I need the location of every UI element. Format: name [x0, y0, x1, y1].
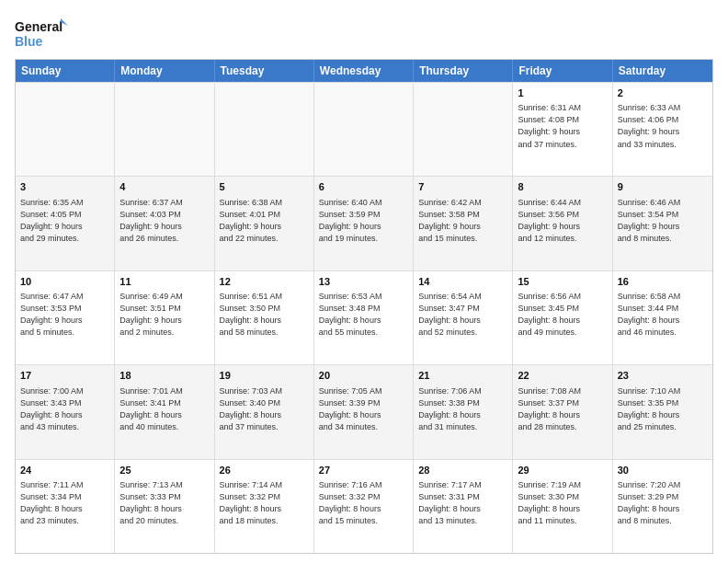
calendar-cell-empty — [414, 83, 513, 176]
calendar-cell: 21Sunrise: 7:06 AMSunset: 3:38 PMDayligh… — [414, 365, 513, 458]
day-number: 29 — [518, 464, 607, 477]
day-info: Sunrise: 7:08 AMSunset: 3:37 PMDaylight:… — [518, 385, 607, 433]
calendar-cell: 2Sunrise: 6:33 AMSunset: 4:06 PMDaylight… — [613, 83, 712, 176]
calendar-cell: 29Sunrise: 7:19 AMSunset: 3:30 PMDayligh… — [513, 460, 612, 553]
calendar-header-cell: Sunday — [16, 60, 115, 82]
calendar-row: 3Sunrise: 6:35 AMSunset: 4:05 PMDaylight… — [16, 176, 712, 270]
day-info: Sunrise: 6:54 AMSunset: 3:47 PMDaylight:… — [418, 291, 507, 339]
day-number: 4 — [119, 180, 209, 194]
calendar-header-cell: Friday — [513, 60, 612, 82]
calendar-cell-empty — [215, 83, 314, 176]
day-number: 8 — [518, 180, 607, 194]
calendar-body: 1Sunrise: 6:31 AMSunset: 4:08 PMDaylight… — [16, 82, 712, 553]
day-number: 26 — [220, 464, 309, 477]
calendar-cell: 19Sunrise: 7:03 AMSunset: 3:40 PMDayligh… — [215, 365, 314, 458]
day-number: 6 — [319, 180, 408, 194]
day-info: Sunrise: 7:17 AMSunset: 3:31 PMDaylight:… — [418, 479, 507, 527]
day-number: 22 — [518, 369, 607, 383]
day-number: 9 — [618, 180, 708, 194]
day-info: Sunrise: 6:58 AMSunset: 3:44 PMDaylight:… — [618, 291, 708, 339]
calendar-cell-empty — [16, 83, 115, 176]
calendar-row: 1Sunrise: 6:31 AMSunset: 4:08 PMDaylight… — [16, 82, 712, 176]
svg-text:Blue: Blue — [15, 34, 43, 49]
day-number: 25 — [119, 464, 209, 477]
day-number: 27 — [319, 464, 408, 477]
calendar-cell: 27Sunrise: 7:16 AMSunset: 3:32 PMDayligh… — [314, 460, 414, 553]
day-info: Sunrise: 7:10 AMSunset: 3:35 PMDaylight:… — [618, 385, 708, 433]
logo-svg: General Blue — [15, 15, 70, 52]
day-info: Sunrise: 7:20 AMSunset: 3:29 PMDaylight:… — [618, 479, 708, 527]
day-number: 11 — [119, 275, 209, 289]
day-number: 3 — [20, 180, 109, 194]
day-info: Sunrise: 6:49 AMSunset: 3:51 PMDaylight:… — [119, 291, 209, 339]
day-info: Sunrise: 7:03 AMSunset: 3:40 PMDaylight:… — [220, 385, 309, 433]
day-info: Sunrise: 7:16 AMSunset: 3:32 PMDaylight:… — [319, 479, 408, 527]
calendar-cell: 6Sunrise: 6:40 AMSunset: 3:59 PMDaylight… — [314, 177, 414, 270]
day-number: 19 — [220, 369, 309, 383]
calendar-cell: 10Sunrise: 6:47 AMSunset: 3:53 PMDayligh… — [16, 271, 115, 364]
day-number: 16 — [618, 275, 708, 289]
calendar-header-cell: Wednesday — [314, 60, 414, 82]
day-info: Sunrise: 7:01 AMSunset: 3:41 PMDaylight:… — [119, 385, 209, 433]
calendar-cell: 4Sunrise: 6:37 AMSunset: 4:03 PMDaylight… — [115, 177, 214, 270]
calendar-cell: 3Sunrise: 6:35 AMSunset: 4:05 PMDaylight… — [16, 177, 115, 270]
day-info: Sunrise: 7:11 AMSunset: 3:34 PMDaylight:… — [20, 479, 109, 527]
day-info: Sunrise: 7:06 AMSunset: 3:38 PMDaylight:… — [418, 385, 507, 433]
day-number: 2 — [618, 86, 708, 100]
calendar-cell: 20Sunrise: 7:05 AMSunset: 3:39 PMDayligh… — [314, 365, 414, 458]
calendar-cell: 30Sunrise: 7:20 AMSunset: 3:29 PMDayligh… — [613, 460, 712, 553]
calendar-cell: 16Sunrise: 6:58 AMSunset: 3:44 PMDayligh… — [613, 271, 712, 364]
day-info: Sunrise: 7:05 AMSunset: 3:39 PMDaylight:… — [319, 385, 408, 433]
day-number: 15 — [518, 275, 607, 289]
day-info: Sunrise: 6:51 AMSunset: 3:50 PMDaylight:… — [220, 291, 309, 339]
calendar-cell-empty — [314, 83, 414, 176]
calendar-cell: 5Sunrise: 6:38 AMSunset: 4:01 PMDaylight… — [215, 177, 314, 270]
calendar-cell: 23Sunrise: 7:10 AMSunset: 3:35 PMDayligh… — [613, 365, 712, 458]
day-number: 1 — [518, 86, 607, 100]
calendar-cell: 24Sunrise: 7:11 AMSunset: 3:34 PMDayligh… — [16, 460, 115, 553]
day-number: 23 — [618, 369, 708, 383]
day-number: 20 — [319, 369, 408, 383]
calendar-cell: 15Sunrise: 6:56 AMSunset: 3:45 PMDayligh… — [513, 271, 612, 364]
calendar-header-cell: Monday — [115, 60, 214, 82]
day-number: 17 — [20, 369, 109, 383]
day-info: Sunrise: 6:42 AMSunset: 3:58 PMDaylight:… — [418, 197, 507, 245]
day-number: 21 — [418, 369, 507, 383]
header: General Blue — [15, 15, 713, 52]
calendar-header-cell: Thursday — [414, 60, 513, 82]
calendar-cell: 9Sunrise: 6:46 AMSunset: 3:54 PMDaylight… — [613, 177, 712, 270]
calendar-cell: 11Sunrise: 6:49 AMSunset: 3:51 PMDayligh… — [115, 271, 214, 364]
day-number: 13 — [319, 275, 408, 289]
calendar-cell: 17Sunrise: 7:00 AMSunset: 3:43 PMDayligh… — [16, 365, 115, 458]
day-info: Sunrise: 6:40 AMSunset: 3:59 PMDaylight:… — [319, 197, 408, 245]
calendar-cell: 12Sunrise: 6:51 AMSunset: 3:50 PMDayligh… — [215, 271, 314, 364]
day-info: Sunrise: 6:38 AMSunset: 4:01 PMDaylight:… — [220, 197, 309, 245]
day-info: Sunrise: 6:37 AMSunset: 4:03 PMDaylight:… — [119, 197, 209, 245]
calendar-cell: 28Sunrise: 7:17 AMSunset: 3:31 PMDayligh… — [414, 460, 513, 553]
calendar-cell: 13Sunrise: 6:53 AMSunset: 3:48 PMDayligh… — [314, 271, 414, 364]
calendar-header-row: SundayMondayTuesdayWednesdayThursdayFrid… — [16, 60, 712, 82]
day-info: Sunrise: 7:14 AMSunset: 3:32 PMDaylight:… — [220, 479, 309, 527]
day-info: Sunrise: 6:46 AMSunset: 3:54 PMDaylight:… — [618, 197, 708, 245]
day-info: Sunrise: 7:13 AMSunset: 3:33 PMDaylight:… — [119, 479, 209, 527]
calendar-header-cell: Saturday — [613, 60, 712, 82]
page: General Blue SundayMondayTuesdayWednesda… — [0, 0, 728, 563]
day-info: Sunrise: 7:00 AMSunset: 3:43 PMDaylight:… — [20, 385, 109, 433]
calendar-row: 10Sunrise: 6:47 AMSunset: 3:53 PMDayligh… — [16, 270, 712, 364]
calendar-cell: 14Sunrise: 6:54 AMSunset: 3:47 PMDayligh… — [414, 271, 513, 364]
calendar-cell: 25Sunrise: 7:13 AMSunset: 3:33 PMDayligh… — [115, 460, 214, 553]
calendar-header-cell: Tuesday — [215, 60, 314, 82]
calendar-cell: 18Sunrise: 7:01 AMSunset: 3:41 PMDayligh… — [115, 365, 214, 458]
calendar-cell: 26Sunrise: 7:14 AMSunset: 3:32 PMDayligh… — [215, 460, 314, 553]
day-number: 30 — [618, 464, 708, 477]
day-number: 7 — [418, 180, 507, 194]
calendar-cell: 8Sunrise: 6:44 AMSunset: 3:56 PMDaylight… — [513, 177, 612, 270]
calendar: SundayMondayTuesdayWednesdayThursdayFrid… — [15, 59, 713, 554]
day-info: Sunrise: 6:44 AMSunset: 3:56 PMDaylight:… — [518, 197, 607, 245]
day-number: 18 — [119, 369, 209, 383]
calendar-cell: 22Sunrise: 7:08 AMSunset: 3:37 PMDayligh… — [513, 365, 612, 458]
day-info: Sunrise: 6:33 AMSunset: 4:06 PMDaylight:… — [618, 102, 708, 150]
logo: General Blue — [15, 15, 70, 52]
day-number: 5 — [220, 180, 309, 194]
day-number: 14 — [418, 275, 507, 289]
